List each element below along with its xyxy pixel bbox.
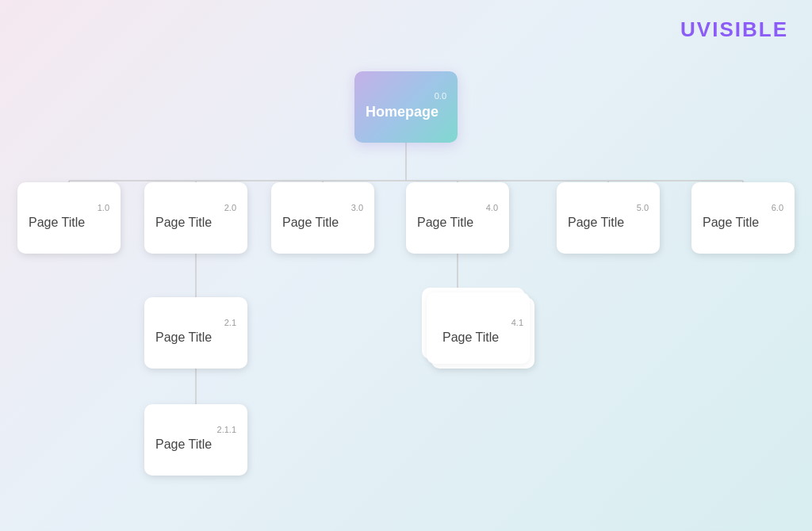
node-1-number: 1.0 <box>98 203 109 212</box>
node-2-1-1-number: 2.1.1 <box>217 425 236 434</box>
node-3-number: 3.0 <box>351 203 363 212</box>
node-2-1-title: Page Title <box>155 330 236 345</box>
node-1-title: Page Title <box>29 216 109 230</box>
node-4-1[interactable]: 4.1 Page Title <box>431 297 534 369</box>
node-4-1-title: Page Title <box>442 330 523 345</box>
node-2-1-1-title: Page Title <box>155 437 236 452</box>
node-5-number: 5.0 <box>637 203 649 212</box>
node-1[interactable]: 1.0 Page Title <box>17 182 121 254</box>
node-2-1[interactable]: 2.1 Page Title <box>144 297 247 369</box>
node-2-1-1[interactable]: 2.1.1 Page Title <box>144 404 247 476</box>
node-6-number: 6.0 <box>772 203 783 212</box>
logo: UVISIBLE <box>680 17 788 42</box>
node-4-1-number: 4.1 <box>511 318 523 327</box>
node-5[interactable]: 5.0 Page Title <box>557 182 660 254</box>
node-6[interactable]: 6.0 Page Title <box>691 182 795 254</box>
node-2[interactable]: 2.0 Page Title <box>144 182 247 254</box>
node-home-number: 0.0 <box>435 91 446 101</box>
node-4-number: 4.0 <box>486 203 498 212</box>
node-3[interactable]: 3.0 Page Title <box>271 182 374 254</box>
node-home-title: Homepage <box>366 104 446 120</box>
node-2-1-number: 2.1 <box>224 318 236 327</box>
node-5-title: Page Title <box>568 216 649 230</box>
node-4[interactable]: 4.0 Page Title <box>406 182 509 254</box>
node-homepage[interactable]: 0.0 Homepage <box>354 71 458 143</box>
node-3-title: Page Title <box>282 216 363 230</box>
node-2-number: 2.0 <box>224 203 236 212</box>
node-2-title: Page Title <box>155 216 236 230</box>
node-4-title: Page Title <box>417 216 498 230</box>
node-6-title: Page Title <box>703 216 783 230</box>
